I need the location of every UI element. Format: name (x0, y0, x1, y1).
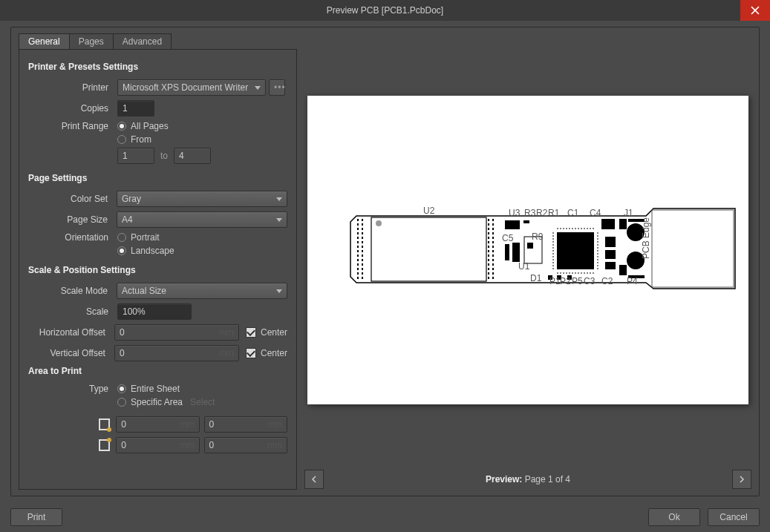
prev-page-button[interactable] (304, 470, 324, 489)
page-size-select[interactable]: A4 (117, 211, 287, 228)
range-to-input[interactable]: 4 (174, 148, 211, 164)
svg-text:U1: U1 (518, 261, 530, 272)
label-specific-area: Specific Area (131, 397, 183, 407)
radio-all-pages[interactable] (117, 122, 126, 131)
label-color-set: Color Set (28, 194, 117, 204)
scale-mode-select[interactable]: Actual Size (117, 283, 287, 299)
label-page-size: Page Size (28, 214, 117, 225)
label-vert-offset: Vertical Offset (28, 348, 114, 358)
tabs: General Pages Advanced (19, 33, 297, 50)
label-scale-mode: Scale Mode (28, 286, 117, 296)
radio-landscape[interactable] (117, 246, 126, 255)
svg-rect-16 (512, 243, 520, 262)
range-from-input[interactable]: 1 (117, 148, 154, 164)
svg-text:P4: P4 (627, 276, 638, 286)
label-copies: Copies (28, 103, 117, 114)
close-icon (751, 6, 760, 15)
svg-point-7 (376, 220, 382, 226)
area-y1-input[interactable]: 0mm (204, 416, 288, 433)
tab-general[interactable]: General (19, 33, 70, 50)
color-set-select[interactable]: Gray (117, 191, 287, 207)
svg-text:D1: D1 (530, 273, 542, 283)
svg-rect-24 (619, 265, 627, 275)
page-indicator: Preview: Page 1 of 4 (486, 474, 570, 485)
pcb-preview-graphic: U2 U3 R3 R2 R1 C1 C4 J1 C5 R9 U1 D1 (349, 207, 743, 292)
svg-rect-20 (605, 237, 616, 247)
select-area-button[interactable]: Select (190, 397, 215, 407)
svg-rect-19 (601, 219, 615, 229)
svg-text:R3: R3 (524, 208, 536, 218)
svg-rect-15 (505, 244, 509, 260)
label-landscape: Landscape (131, 246, 174, 256)
printer-value: Microsoft XPS Document Writer (123, 82, 248, 93)
svg-text:P5: P5 (572, 276, 583, 286)
ok-button[interactable]: Ok (648, 508, 700, 526)
copies-input[interactable]: 1 (117, 100, 154, 116)
button-bar: Print Ok Cancel (0, 502, 770, 532)
radio-specific-area[interactable] (117, 398, 126, 407)
label-to: to (160, 151, 168, 161)
next-page-button[interactable] (732, 470, 751, 489)
svg-rect-8 (557, 232, 594, 269)
label-horiz-offset: Horizontal Offset (28, 327, 114, 338)
svg-text:C5: C5 (502, 233, 514, 243)
close-button[interactable] (740, 0, 770, 21)
vert-center-checkbox[interactable] (246, 348, 256, 358)
area-x2-input[interactable]: 0mm (116, 437, 200, 453)
svg-text:C1: C1 (567, 208, 579, 218)
svg-text:C3: C3 (584, 276, 596, 286)
label-orientation: Orientation (28, 232, 117, 243)
svg-text:C4: C4 (590, 208, 601, 218)
svg-text:P2: P2 (560, 276, 571, 286)
chevron-down-icon (276, 289, 282, 293)
preview-page: U2 U3 R3 R2 R1 C1 C4 J1 C5 R9 U1 D1 (307, 96, 748, 404)
section-printer: Printer & Presets Settings (28, 62, 287, 72)
svg-text:U3: U3 (509, 208, 521, 218)
corner-br-icon (99, 439, 111, 451)
tab-advanced[interactable]: Advanced (113, 33, 172, 50)
area-y2-input[interactable]: 0mm (204, 437, 288, 453)
svg-rect-18 (527, 243, 533, 249)
preview-area: U2 U3 R3 R2 R1 C1 C4 J1 C5 R9 U1 D1 (304, 33, 751, 466)
label-printer: Printer (28, 82, 117, 93)
svg-rect-1 (652, 210, 734, 287)
svg-text:P1: P1 (549, 276, 561, 286)
svg-text:J1: J1 (624, 208, 633, 218)
area-x1-input[interactable]: 0mm (116, 416, 200, 433)
printer-more-button[interactable]: ••• (269, 79, 285, 96)
cancel-button[interactable]: Cancel (708, 508, 760, 526)
svg-text:R1: R1 (548, 208, 560, 218)
ellipsis-icon: ••• (274, 82, 286, 93)
label-type: Type (28, 384, 117, 394)
scale-input[interactable]: 100% (117, 303, 192, 320)
printer-select[interactable]: Microsoft XPS Document Writer (117, 79, 266, 96)
label-center-v: Center (261, 348, 287, 358)
section-scale: Scale & Position Settings (28, 265, 287, 275)
radio-portrait[interactable] (117, 233, 126, 242)
radio-entire-sheet[interactable] (117, 384, 126, 393)
label-center-h: Center (261, 327, 287, 338)
radio-from[interactable] (117, 135, 126, 144)
horiz-offset-input[interactable]: 0mm (114, 324, 239, 341)
tab-pages[interactable]: Pages (69, 33, 114, 50)
section-page: Page Settings (28, 173, 287, 183)
window-title: Preview PCB [PCB1.PcbDoc] (327, 5, 443, 16)
svg-text:R2: R2 (536, 208, 548, 218)
svg-rect-14 (523, 220, 529, 223)
svg-rect-21 (605, 250, 616, 259)
print-button[interactable]: Print (10, 508, 62, 526)
label-print-range: Print Range (28, 121, 117, 131)
chevron-left-icon (310, 476, 318, 483)
vert-offset-input[interactable]: 0mm (114, 345, 239, 361)
chevron-down-icon (255, 86, 261, 90)
label-entire-sheet: Entire Sheet (131, 384, 180, 394)
label-all-pages: All Pages (131, 121, 169, 131)
corner-tl-icon (99, 418, 111, 430)
svg-text:PCB Edge: PCB Edge (641, 217, 651, 258)
svg-rect-22 (605, 262, 616, 269)
label-portrait: Portrait (131, 232, 160, 243)
chevron-right-icon (738, 476, 745, 483)
horiz-center-checkbox[interactable] (246, 327, 256, 338)
title-bar: Preview PCB [PCB1.PcbDoc] (0, 0, 770, 21)
svg-rect-23 (619, 219, 627, 229)
